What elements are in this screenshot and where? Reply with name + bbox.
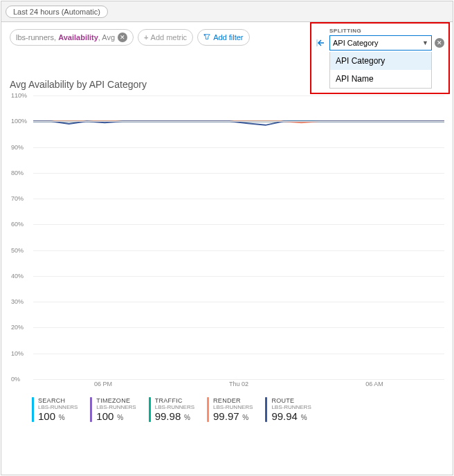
legend-color-bar xyxy=(265,397,267,422)
y-tick-label: 20% xyxy=(11,324,32,331)
legend-resource: LBS-RUNNERS xyxy=(271,404,311,410)
funnel-icon: + xyxy=(203,34,210,41)
split-collapse-icon[interactable] xyxy=(316,37,327,48)
time-range-pill[interactable]: Last 24 hours (Automatic) xyxy=(6,6,108,18)
gridline xyxy=(33,302,444,302)
y-tick-label: 100% xyxy=(11,118,32,125)
splitting-options-dropdown: API Category API Name xyxy=(329,52,432,89)
chart-area: 06 PMThu 0206 AM 0%10%20%30%40%50%60%70%… xyxy=(1,95,453,393)
legend-value: 99.97 % xyxy=(213,410,253,422)
y-tick-label: 40% xyxy=(11,273,32,280)
y-tick-label: 80% xyxy=(11,170,32,176)
clear-splitting-icon[interactable]: ✕ xyxy=(435,38,444,48)
splitting-selected-value: API Category xyxy=(333,39,378,47)
legend-item[interactable]: ROUTELBS-RUNNERS99.94 % xyxy=(265,397,311,422)
gridline xyxy=(33,95,444,96)
remove-metric-icon[interactable]: ✕ xyxy=(118,33,127,42)
legend-color-bar xyxy=(149,397,151,422)
y-tick-label: 70% xyxy=(11,195,32,202)
gridline xyxy=(33,276,444,277)
gridline xyxy=(33,224,444,225)
gridline xyxy=(33,354,444,354)
y-tick-label: 60% xyxy=(11,221,32,228)
legend-color-bar xyxy=(90,397,92,422)
y-tick-label: 50% xyxy=(11,247,32,254)
legend-value: 99.98 % xyxy=(155,410,194,422)
y-tick-label: 30% xyxy=(11,298,32,305)
legend-series-name: ROUTE xyxy=(271,397,311,404)
legend-resource: LBS-RUNNERS xyxy=(213,404,253,410)
add-filter-button[interactable]: + Add filter xyxy=(197,29,249,46)
legend-color-bar xyxy=(207,397,209,422)
legend-series-name: SEARCH xyxy=(38,397,78,404)
gridline xyxy=(33,199,444,199)
x-tick-label: 06 PM xyxy=(94,381,112,387)
legend-resource: LBS-RUNNERS xyxy=(155,404,194,410)
y-tick-label: 90% xyxy=(11,144,32,151)
x-tick-label: Thu 02 xyxy=(229,381,248,387)
splitting-option-api-category[interactable]: API Category xyxy=(330,52,431,70)
legend-resource: LBS-RUNNERS xyxy=(38,404,78,410)
splitting-option-api-name[interactable]: API Name xyxy=(330,70,431,88)
gridline xyxy=(33,379,444,380)
top-bar: Last 24 hours (Automatic) xyxy=(1,1,453,22)
svg-text:+: + xyxy=(203,34,206,37)
legend: SEARCHLBS-RUNNERS100 %TIMEZONELBS-RUNNER… xyxy=(1,393,453,429)
legend-item[interactable]: TIMEZONELBS-RUNNERS100 % xyxy=(90,397,136,422)
plus-icon: + xyxy=(144,33,148,42)
legend-color-bar xyxy=(32,397,34,422)
chevron-down-icon: ▼ xyxy=(422,39,428,46)
legend-series-name: RENDER xyxy=(213,397,253,404)
gridline xyxy=(33,327,444,328)
legend-series-name: TIMEZONE xyxy=(96,397,136,404)
add-metric-button[interactable]: +Add metric xyxy=(138,29,193,46)
legend-item[interactable]: TRAFFICLBS-RUNNERS99.98 % xyxy=(149,397,194,422)
legend-value: 100 % xyxy=(96,410,136,422)
splitting-heading: SPLITTING xyxy=(329,28,444,34)
legend-item[interactable]: SEARCHLBS-RUNNERS100 % xyxy=(32,397,78,422)
legend-resource: LBS-RUNNERS xyxy=(96,404,136,410)
gridline xyxy=(33,147,444,148)
legend-series-name: TRAFFIC xyxy=(155,397,194,404)
legend-value: 99.94 % xyxy=(271,410,311,422)
splitting-panel: SPLITTING API Category ▼ ✕ API Category … xyxy=(310,22,450,94)
y-tick-label: 10% xyxy=(11,350,32,357)
y-tick-label: 110% xyxy=(11,92,32,99)
toolbar: lbs-runners, Availability, Avg ✕ +Add me… xyxy=(1,22,453,51)
y-tick-label: 0% xyxy=(11,376,32,383)
legend-item[interactable]: RENDERLBS-RUNNERS99.97 % xyxy=(207,397,253,422)
legend-value: 100 % xyxy=(38,410,78,422)
metric-chip[interactable]: lbs-runners, Availability, Avg ✕ xyxy=(10,29,134,46)
gridline xyxy=(33,121,444,122)
gridline xyxy=(33,250,444,251)
x-tick-label: 06 AM xyxy=(365,381,383,387)
gridline xyxy=(33,173,444,174)
metric-chip-text: lbs-runners, Availability, Avg xyxy=(16,33,115,42)
splitting-select[interactable]: API Category ▼ xyxy=(329,35,432,51)
